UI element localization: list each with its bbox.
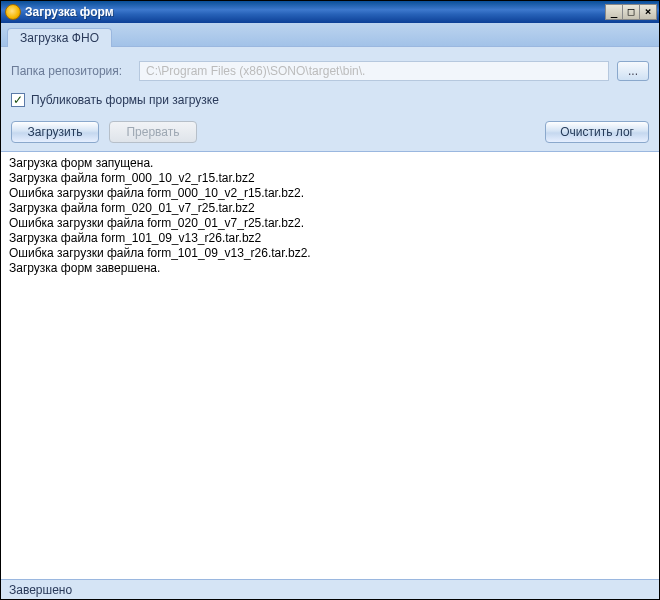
titlebar[interactable]: Загрузка форм _ □ × [1,1,659,23]
tab-row: Загрузка ФНО [1,23,659,47]
status-bar: Завершено [1,579,659,599]
repo-path-field[interactable]: C:\Program Files (x86)\SONO\target\bin\. [139,61,609,81]
app-window: Загрузка форм _ □ × Загрузка ФНО Папка р… [0,0,660,600]
repo-label: Папка репозитория: [11,64,131,78]
maximize-button[interactable]: □ [622,4,640,20]
log-line: Загрузка файла form_101_09_v13_r26.tar.b… [9,231,651,246]
log-line: Загрузка файла form_020_01_v7_r25.tar.bz… [9,201,651,216]
load-button[interactable]: Загрузить [11,121,99,143]
window-buttons: _ □ × [606,4,657,20]
close-button[interactable]: × [639,4,657,20]
browse-button[interactable]: ... [617,61,649,81]
log-line: Загрузка файла form_000_10_v2_r15.tar.bz… [9,171,651,186]
minimize-button[interactable]: _ [605,4,623,20]
publish-label: Публиковать формы при загрузке [31,93,219,107]
action-button-row: Загрузить Прервать Очистить лог [11,121,649,143]
log-area[interactable]: Загрузка форм запущена.Загрузка файла fo… [7,154,653,579]
status-text: Завершено [9,583,72,597]
tab-load-fno[interactable]: Загрузка ФНО [7,28,112,47]
log-line: Ошибка загрузки файла form_000_10_v2_r15… [9,186,651,201]
repo-row: Папка репозитория: C:\Program Files (x86… [11,61,649,81]
log-line: Ошибка загрузки файла form_020_01_v7_r25… [9,216,651,231]
clear-log-button[interactable]: Очистить лог [545,121,649,143]
publish-checkbox[interactable]: ✓ [11,93,25,107]
log-line: Загрузка форм запущена. [9,156,651,171]
log-line: Загрузка форм завершена. [9,261,651,276]
window-title: Загрузка форм [25,5,606,19]
publish-row: ✓ Публиковать формы при загрузке [11,93,649,107]
log-line: Ошибка загрузки файла form_101_09_v13_r2… [9,246,651,261]
options-panel: Папка репозитория: C:\Program Files (x86… [1,47,659,152]
abort-button: Прервать [109,121,197,143]
app-icon [5,4,21,20]
